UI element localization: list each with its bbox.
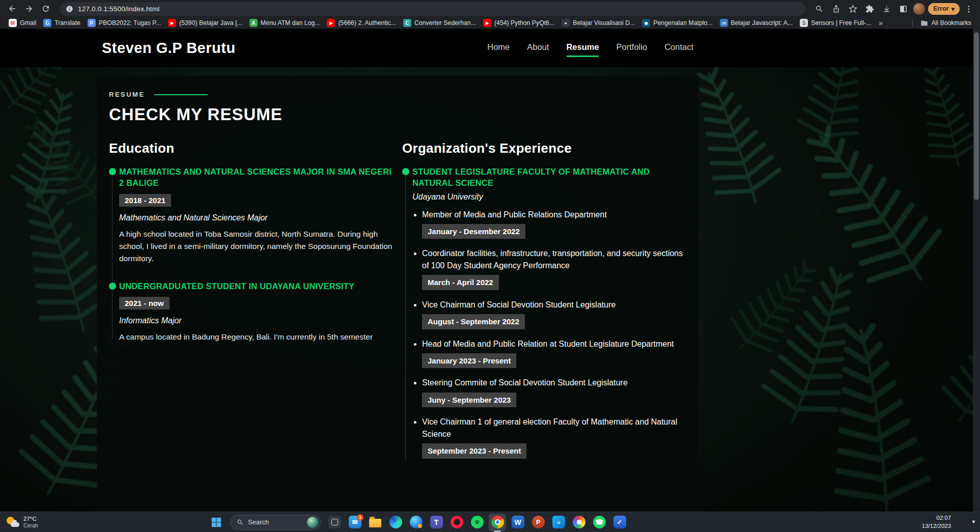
bookmark-translate[interactable]: GTranslate xyxy=(40,18,84,27)
zoom-icon[interactable] xyxy=(813,2,826,16)
back-button[interactable] xyxy=(5,2,19,16)
nav-home[interactable]: Home xyxy=(487,42,510,54)
experience-subtitle: Udayana University xyxy=(412,192,686,202)
photos-button[interactable] xyxy=(570,514,587,531)
experience-item: Vice Chairman of Social Devotion Student… xyxy=(422,299,686,336)
experience-text: Vice Chairman 1 of general election Facu… xyxy=(422,416,686,439)
address-bar[interactable]: 127.0.0.1:5500/index.html xyxy=(60,2,805,16)
copilot-button[interactable] xyxy=(407,514,425,531)
site-brand[interactable]: Steven G.P Berutu xyxy=(102,40,236,57)
atm-icon: A xyxy=(249,19,258,27)
bookmark-star-icon[interactable] xyxy=(846,2,860,16)
nav-contact[interactable]: Contact xyxy=(664,42,693,54)
chrome-icon xyxy=(491,516,504,528)
scrollbar-thumb[interactable] xyxy=(974,32,979,200)
education-title: UNDERGRADUATED STUDENT IN UDAYANA UNIVER… xyxy=(119,281,394,292)
taskbar-search[interactable]: Search xyxy=(230,515,321,530)
opera-button[interactable] xyxy=(448,514,465,531)
sync-error-badge[interactable]: Error ▾ xyxy=(928,3,960,15)
document-icon: P xyxy=(88,19,96,27)
bookmark-auth-video[interactable]: ▶(5666) 2. Authentic... xyxy=(323,18,399,27)
weather-widget[interactable]: 27°C Cerah xyxy=(0,516,38,529)
bookmark-visualisasi[interactable]: ●Belajar Visualisasi D... xyxy=(558,18,638,27)
bookmark-converter[interactable]: CConverter Sederhan... xyxy=(400,18,480,27)
bookmark-matplotlib[interactable]: ◉Pengenalan Matplo... xyxy=(638,18,716,27)
search-daily-image[interactable] xyxy=(307,517,318,528)
powerpoint-icon: P xyxy=(532,516,545,528)
education-description: A high school located in Toba Samosir di… xyxy=(119,228,394,265)
timeline-dot xyxy=(402,168,409,175)
share-icon[interactable] xyxy=(829,2,843,16)
bookmark-pyqt-video[interactable]: ▶(454) Python PyQt6... xyxy=(480,18,558,27)
tray-chevron-icon[interactable]: ▼ xyxy=(971,519,976,525)
chevron-down-icon: ▾ xyxy=(951,5,955,13)
powerpoint-button[interactable]: P xyxy=(529,514,547,531)
experience-item: Vice Chairman 1 of general election Facu… xyxy=(422,416,686,465)
bookmarks-bar: MGmail GTranslate PPBOB2022: Tugas P... … xyxy=(0,17,980,29)
site-info-icon[interactable] xyxy=(66,5,73,13)
edge-button[interactable] xyxy=(387,514,404,531)
nav-portfolio[interactable]: Portfolio xyxy=(617,42,648,54)
vscode-button[interactable]: ‹› xyxy=(550,514,567,531)
youtube-icon: ▶ xyxy=(327,19,335,27)
bookmark-sensors[interactable]: SSensors | Free Full-... xyxy=(796,18,875,27)
teams-button[interactable]: T xyxy=(428,514,445,531)
bookmark-menu-atm[interactable]: AMenu ATM dan Log... xyxy=(246,18,324,27)
bookmark-label: (454) Python PyQt6... xyxy=(494,19,554,26)
browser-toolbar: 127.0.0.1:5500/index.html Error ▾ ⋮ xyxy=(0,0,980,17)
taskbar-clock[interactable]: 02:07 13/12/2023 xyxy=(922,514,951,530)
matplotlib-icon: ◉ xyxy=(642,19,650,27)
spotify-button[interactable] xyxy=(468,514,486,531)
downloads-icon[interactable] xyxy=(880,2,893,16)
page-scrollbar[interactable] xyxy=(973,29,980,512)
forward-button[interactable] xyxy=(22,2,36,16)
whatsapp-icon: ☎ xyxy=(593,516,606,528)
extensions-puzzle-icon[interactable] xyxy=(863,2,877,16)
all-bookmarks-button[interactable]: All Bookmarks xyxy=(917,19,975,27)
profile-avatar[interactable] xyxy=(913,3,925,15)
bookmark-java-video[interactable]: ▶(5390) Belajar Java [... xyxy=(164,18,246,27)
experience-period-badge: August - September 2022 xyxy=(422,314,525,329)
chrome-button-active[interactable] xyxy=(489,514,506,531)
experience-period-badge: January - Desember 2022 xyxy=(422,224,525,239)
experience-text: Head of Media and Public Relation at Stu… xyxy=(422,338,686,350)
bookmark-pbob[interactable]: PPBOB2022: Tugas P... xyxy=(84,18,164,27)
edge-icon xyxy=(389,516,402,528)
word-button[interactable]: W xyxy=(509,514,526,531)
bookmark-gmail[interactable]: MGmail xyxy=(5,18,40,27)
section-title: CHECK MY RESUME xyxy=(109,105,686,124)
experience-title: STUDENT LEGISLATURE FACULTY OF MATHEMATI… xyxy=(412,166,686,189)
experience-period-badge: March - April 2022 xyxy=(422,275,499,290)
nav-about[interactable]: About xyxy=(527,42,549,54)
start-button[interactable] xyxy=(208,514,225,531)
bookmark-label: Gmail xyxy=(20,19,36,26)
url-text[interactable]: 127.0.0.1:5500/index.html xyxy=(78,5,159,13)
experience-item-group: STUDENT LEGISLATURE FACULTY OF MATHEMATI… xyxy=(402,166,686,465)
education-period-badge: 2021 - now xyxy=(119,297,170,310)
bookmarks-overflow-chevron[interactable]: » xyxy=(875,19,887,27)
file-explorer-button[interactable] xyxy=(367,514,384,531)
opera-icon xyxy=(451,516,463,528)
converter-icon: C xyxy=(403,19,411,27)
windows-taskbar: 27°C Cerah Search ✉ 1 T W P ‹› xyxy=(0,512,980,532)
mail-app-button[interactable]: ✉ 1 xyxy=(346,514,363,531)
task-view-button[interactable] xyxy=(326,514,343,531)
experience-list: Member of Media and Public Relations Dep… xyxy=(422,209,686,465)
weather-temp: 27°C xyxy=(23,516,38,522)
timeline-dot xyxy=(109,168,116,175)
reload-button[interactable] xyxy=(39,2,52,16)
resume-section: RESUME CHECK MY RESUME Education MATHEMA… xyxy=(97,75,698,512)
section-accent-line xyxy=(154,94,208,95)
nav-resume[interactable]: Resume xyxy=(566,42,599,54)
side-panel-icon[interactable] xyxy=(897,2,910,16)
bookmark-label: PBOB2022: Tugas P... xyxy=(99,19,161,26)
browser-menu-icon[interactable]: ⋮ xyxy=(963,4,975,14)
search-icon xyxy=(237,519,244,526)
bookmark-javascript[interactable]: JSBelajar Javascript: A... xyxy=(716,18,797,27)
experience-text: Coordinator facilities, infrastructure, … xyxy=(422,247,686,271)
education-period-badge: 2018 - 2021 xyxy=(119,194,171,207)
todo-button[interactable]: ✓ xyxy=(611,514,628,531)
whatsapp-button[interactable]: ☎ xyxy=(591,514,608,531)
experience-heading: Organization's Experience xyxy=(402,141,686,156)
file-explorer-icon xyxy=(369,519,381,527)
